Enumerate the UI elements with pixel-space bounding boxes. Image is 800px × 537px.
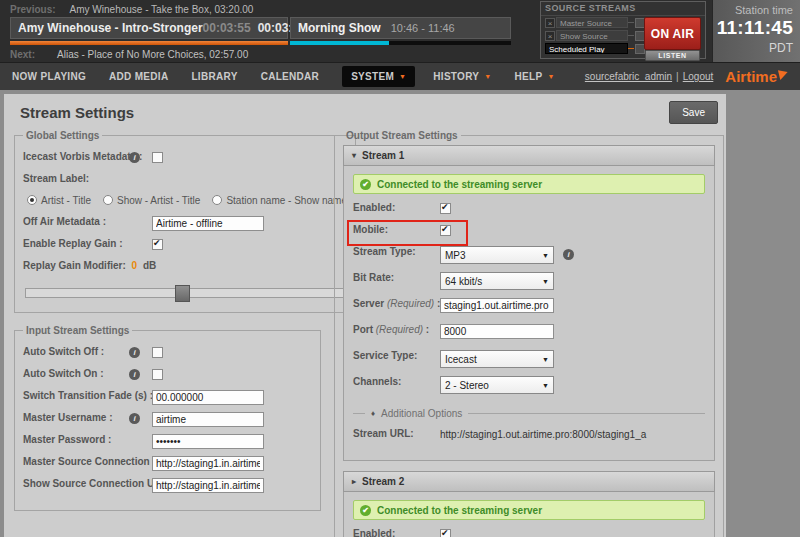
auto-switch-on-row: Auto Switch On : i bbox=[23, 368, 312, 384]
info-icon[interactable]: i bbox=[129, 152, 140, 163]
station-time-panel: Station time 11:11:45 PDT bbox=[712, 0, 800, 62]
show-progress-bar bbox=[290, 41, 511, 45]
replay-gain-slider[interactable] bbox=[25, 288, 345, 298]
stream1-enabled-row: Enabled: bbox=[353, 202, 705, 219]
stream2-enabled-checkbox[interactable] bbox=[440, 529, 451, 537]
off-air-metadata-label: Off Air Metadata : bbox=[23, 216, 106, 227]
connector-line-active bbox=[628, 48, 634, 49]
nav-system[interactable]: SYSTEM ▼ bbox=[342, 66, 415, 87]
nav-help[interactable]: HELP ▼ bbox=[515, 71, 555, 82]
on-air-indicator[interactable]: ON AIR bbox=[644, 17, 701, 50]
info-icon[interactable]: i bbox=[563, 249, 574, 260]
info-icon[interactable]: i bbox=[129, 347, 140, 358]
master-username-input[interactable] bbox=[152, 412, 264, 427]
radio-show-artist-title[interactable]: Show - Artist - Title bbox=[103, 195, 200, 206]
scheduled-play-label[interactable]: Scheduled Play bbox=[545, 43, 628, 54]
stream2-title: Stream 2 bbox=[362, 476, 404, 487]
master-source-url-input[interactable] bbox=[152, 456, 264, 471]
radio-artist-title[interactable]: Artist - Title bbox=[27, 195, 91, 206]
close-icon[interactable]: × bbox=[545, 18, 555, 28]
stream1-accordion-header[interactable]: ▾ Stream 1 bbox=[343, 145, 715, 166]
enabled-label: Enabled: bbox=[353, 202, 395, 213]
radio-label: Station name - Show name bbox=[226, 195, 347, 206]
airtime-logo-text: Airtime bbox=[725, 68, 777, 85]
radio-label: Artist - Title bbox=[41, 195, 91, 206]
nav-system-label: SYSTEM bbox=[351, 71, 394, 82]
current-track-title: Amy Winehouse - Intro-Stronger bbox=[18, 21, 203, 35]
stream1-stream-url-value: http://staging1.out.airtime.pro:8000/sta… bbox=[440, 429, 646, 440]
show-source-url-input[interactable] bbox=[152, 478, 264, 493]
previous-label: Previous: bbox=[10, 4, 56, 15]
nav-now-playing[interactable]: NOW PLAYING bbox=[12, 71, 86, 82]
slider-handle[interactable] bbox=[175, 285, 190, 302]
radio-station-show-name[interactable]: Station name - Show name bbox=[212, 195, 347, 206]
show-name: Morning Show bbox=[298, 21, 381, 35]
chevron-down-icon: ▾ bbox=[352, 151, 356, 160]
stream2-accordion-header[interactable]: ▸ Stream 2 bbox=[343, 471, 715, 492]
off-air-metadata-input[interactable] bbox=[152, 216, 264, 231]
master-source-label[interactable]: Master Source bbox=[556, 17, 628, 28]
info-icon[interactable]: i bbox=[129, 413, 140, 424]
divider-line bbox=[353, 413, 365, 414]
stream2-connected-banner: ✔ Connected to the streaming server bbox=[353, 500, 705, 520]
channels-label: Channels: bbox=[353, 376, 401, 387]
additional-options-toggle[interactable]: ♦ Additional Options bbox=[353, 408, 705, 419]
auto-switch-on-checkbox[interactable] bbox=[152, 369, 163, 380]
stream1-stream-type-select[interactable]: MP3▼ bbox=[440, 246, 554, 264]
port-label: Port bbox=[353, 324, 373, 335]
enable-replay-gain-checkbox[interactable] bbox=[152, 239, 163, 250]
info-icon[interactable]: i bbox=[129, 369, 140, 380]
stream1-connected-banner: ✔ Connected to the streaming server bbox=[353, 174, 705, 194]
stream1-service-type-row: Service Type: Icecast▼ bbox=[353, 350, 705, 371]
replay-gain-modifier-label: Replay Gain Modifier: bbox=[23, 260, 126, 271]
radio-button[interactable] bbox=[212, 195, 222, 205]
airtime-logo-arrow-icon bbox=[778, 68, 789, 80]
auto-switch-off-checkbox[interactable] bbox=[152, 347, 163, 358]
radio-button[interactable] bbox=[27, 195, 37, 205]
nav-help-label: HELP bbox=[515, 71, 543, 82]
nav-library[interactable]: LIBRARY bbox=[191, 71, 237, 82]
chevron-right-icon: ▸ bbox=[352, 477, 356, 486]
replay-gain-modifier-unit: dB bbox=[143, 260, 156, 271]
logout-link[interactable]: Logout bbox=[683, 71, 714, 82]
stream1-mobile-checkbox[interactable] bbox=[440, 225, 451, 236]
airtime-logo[interactable]: Airtime bbox=[725, 68, 788, 85]
previous-track-line: Previous:Amy Winehouse - Take the Box, 0… bbox=[10, 4, 253, 15]
close-icon[interactable]: × bbox=[545, 31, 555, 41]
save-button[interactable]: Save bbox=[669, 101, 718, 124]
radio-button[interactable] bbox=[103, 195, 113, 205]
stream1-bit-rate-select[interactable]: 64 kbit/s▼ bbox=[440, 272, 554, 290]
switch-transition-fade-input[interactable] bbox=[152, 390, 264, 405]
stream1-service-type-select[interactable]: Icecast▼ bbox=[440, 350, 554, 368]
current-track-box: Amy Winehouse - Intro-Stronger 00:03:55 … bbox=[10, 17, 288, 39]
stream1-enabled-checkbox[interactable] bbox=[440, 203, 451, 214]
label-colon: : bbox=[426, 324, 429, 335]
show-source-url-row: Show Source Connection URL: bbox=[23, 478, 312, 494]
stream1-body: ✔ Connected to the streaming server Enab… bbox=[343, 166, 715, 461]
show-source-label[interactable]: Show Source bbox=[556, 30, 628, 41]
nav-add-media[interactable]: ADD MEDIA bbox=[109, 71, 168, 82]
track-progress-fill bbox=[10, 41, 288, 45]
stream1-port-input[interactable] bbox=[440, 324, 554, 339]
stream1-server-row: Server (Required) : bbox=[353, 298, 705, 319]
nav-calendar[interactable]: CALENDAR bbox=[261, 71, 320, 82]
main-navbar: NOW PLAYING ADD MEDIA LIBRARY CALENDAR S… bbox=[0, 62, 800, 90]
stream1-stream-type-row: Stream Type: MP3▼ i bbox=[353, 246, 705, 267]
stream1-channels-select[interactable]: 2 - Stereo▼ bbox=[440, 376, 554, 394]
output-stream-settings-fieldset: Output Stream Settings ▾ Stream 1 ✔ Conn… bbox=[334, 130, 724, 537]
nav-history[interactable]: HISTORY ▼ bbox=[433, 71, 491, 82]
username-link[interactable]: sourcefabric_admin bbox=[585, 71, 672, 82]
content-panel: Stream Settings Save Global Settings Ice… bbox=[4, 94, 726, 537]
separator: | bbox=[676, 71, 679, 82]
stream1-server-input[interactable] bbox=[440, 298, 554, 313]
listen-button[interactable]: LISTEN bbox=[645, 50, 700, 61]
enable-replay-gain-row: Enable Replay Gain : bbox=[23, 238, 347, 254]
master-password-input[interactable] bbox=[152, 434, 264, 449]
master-username-label: Master Username : bbox=[23, 412, 112, 423]
icecast-vorbis-checkbox[interactable] bbox=[152, 152, 163, 163]
next-track-line: Next:Alias - Place of No More Choices, 0… bbox=[10, 49, 248, 60]
stream1-port-row: Port (Required) : bbox=[353, 324, 705, 345]
global-settings-legend: Global Settings bbox=[23, 130, 102, 141]
next-track: Alias - Place of No More Choices, 02:57.… bbox=[57, 49, 248, 60]
required-hint: (Required) bbox=[376, 324, 423, 335]
